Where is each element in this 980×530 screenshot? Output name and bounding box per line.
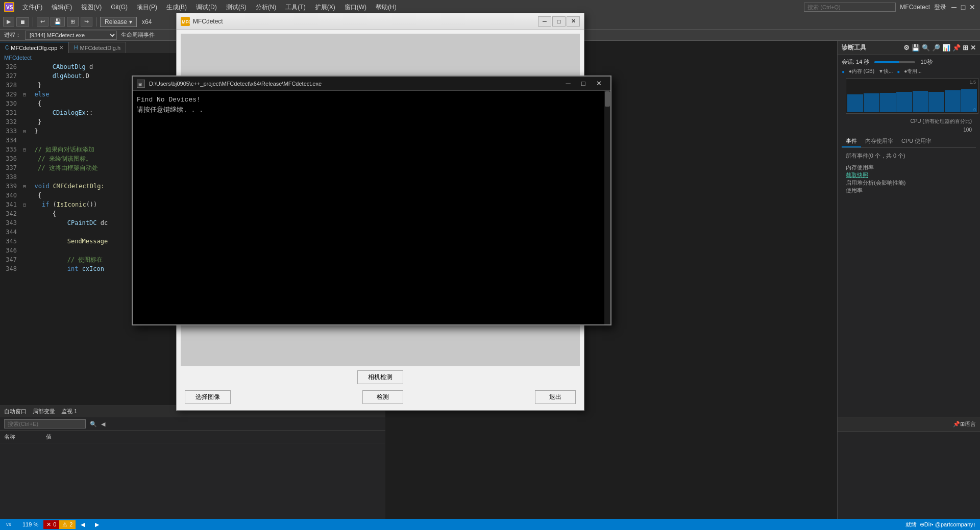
mfc-title-text: MFCdetect	[193, 18, 538, 25]
console-scrollbar-thumb[interactable]	[605, 91, 610, 107]
mfc-bottom-buttons: 选择图像 检测 退出	[181, 388, 580, 406]
menu-analyze[interactable]: 分析(N)	[252, 2, 281, 13]
menu-debug[interactable]: 调试(D)	[192, 2, 221, 13]
menu-project[interactable]: 项目(P)	[133, 2, 161, 13]
memory-legend: ● ●内存 (GB) ▼快... ● ●专用...	[842, 68, 976, 75]
menu-build[interactable]: 生成(B)	[162, 2, 191, 13]
undo-button[interactable]: ↩	[37, 17, 48, 27]
redo-button[interactable]: ↪	[81, 17, 92, 27]
menu-bar-right: MFCdetect 登录 ─ □ ✕	[804, 3, 976, 12]
close-diag-icon[interactable]: ✕	[970, 44, 976, 52]
detect-button[interactable]: 检测	[362, 390, 403, 404]
close-button-main[interactable]: ✕	[969, 4, 976, 11]
menu-extend[interactable]: 扩展(X)	[311, 2, 339, 13]
settings-icon[interactable]: ⚙	[903, 44, 910, 52]
zoom-value: 119 %	[22, 521, 38, 527]
mfc-title-bar: MFC MFCdetect ─ □ ✕	[177, 13, 584, 30]
diag-tab-cpu[interactable]: CPU 使用率	[897, 136, 936, 147]
diag-tab-memory[interactable]: 内存使用率	[861, 136, 897, 147]
bottom-search-input[interactable]	[4, 419, 86, 428]
cpu-label: CPU (所有处理器的百分比)	[842, 117, 976, 126]
zoom-status[interactable]: 119 %	[17, 520, 43, 528]
fast-label: ▼快...	[878, 68, 893, 75]
bottom-col-headers: 名称 值	[0, 431, 385, 443]
menu-git[interactable]: Git(G)	[107, 3, 132, 12]
warning-count[interactable]: ⚠ 2	[59, 520, 76, 529]
analyze-label[interactable]: 启用堆分析(会影响性能)	[846, 179, 972, 187]
run-button[interactable]: ▶	[3, 17, 14, 27]
mfc-close[interactable]: ✕	[567, 16, 580, 27]
menu-tools[interactable]: 工具(T)	[281, 2, 309, 13]
console-line2: 请按任意键继续. . .	[137, 105, 606, 115]
memory-dot: ●	[842, 69, 845, 74]
menu-help[interactable]: 帮助(H)	[372, 2, 401, 13]
nav-forward[interactable]: ▶	[90, 520, 104, 529]
warning-value: 2	[69, 521, 72, 527]
console-close[interactable]: ✕	[591, 78, 606, 89]
cpu-max: 100	[842, 126, 976, 134]
exit-button[interactable]: 退出	[535, 390, 576, 404]
watch-label[interactable]: 监视 1	[61, 408, 77, 415]
zoom-icon[interactable]: 🔍	[922, 44, 930, 52]
mfc-app-icon: MFC	[181, 17, 190, 26]
search-icon[interactable]: 🔍	[90, 421, 97, 427]
bottom-panel: 🔍 ◀ 名称 值	[0, 417, 385, 519]
diag-tab-events[interactable]: 事件	[842, 136, 861, 147]
menu-file[interactable]: 文件(F)	[18, 2, 46, 13]
process-dropdown[interactable]: [9344] MFCdetect.exe	[25, 31, 117, 40]
login-label[interactable]: 登录	[934, 3, 946, 12]
mfc-camera-row: 相机检测	[181, 370, 580, 384]
tab-cpp-close[interactable]: ✕	[59, 45, 63, 51]
tab-h-label: MFCdetectDlg.h	[80, 45, 120, 51]
save-diag-icon[interactable]: 💾	[912, 44, 920, 52]
console-maximize[interactable]: □	[576, 78, 591, 89]
vs-logo: VS	[4, 2, 14, 12]
h-icon: H	[74, 45, 78, 51]
console-title-bar: ▣ D:\Users\bj0905\c++_project\MFCdetect\…	[133, 77, 610, 91]
maximize-button[interactable]: □	[960, 4, 967, 11]
right-panel-icons: ⚙ 💾 🔍 🔎 📊 📌 ⊞ ✕	[903, 44, 976, 52]
camera-detect-button[interactable]: 相机检测	[357, 370, 403, 384]
back-icon[interactable]: ◀	[101, 421, 105, 427]
lifecycle-label: 生命周期事件	[121, 31, 155, 39]
menu-window[interactable]: 窗口(W)	[340, 2, 371, 13]
tab-cpp[interactable]: C MFCdetectDlg.cpp ✕	[0, 42, 69, 53]
tab-h[interactable]: H MFCdetectDlg.h	[69, 42, 126, 53]
nav-back[interactable]: ◀	[76, 520, 90, 529]
save-all-button[interactable]: ⊞	[67, 17, 79, 27]
menu-view[interactable]: 视图(V)	[77, 2, 106, 13]
mfc-maximize[interactable]: □	[552, 16, 566, 27]
error-count[interactable]: ✕ 0	[43, 520, 59, 529]
right-panel-header: 诊断工具 ⚙ 💾 🔍 🔎 📊 📌 ⊞ ✕	[838, 41, 980, 55]
right-bottom-lang[interactable]: 语言	[965, 420, 976, 428]
console-scrollbar[interactable]	[604, 91, 610, 324]
diag-slider[interactable]	[874, 61, 915, 63]
cpu-max-value: 100	[963, 127, 972, 133]
get-block-label[interactable]: 截取快照	[846, 171, 972, 179]
console-minimize[interactable]: ─	[560, 78, 576, 89]
right-bottom-pin[interactable]: 📌	[953, 421, 960, 427]
save-button[interactable]: 💾	[51, 17, 65, 27]
unpin-icon[interactable]: ⊞	[963, 44, 968, 52]
warning-icon: ⚠	[62, 521, 67, 528]
select-image-button[interactable]: 选择图像	[185, 390, 231, 404]
dedicated-dot: ●	[897, 69, 900, 74]
chart-icon[interactable]: 📊	[942, 44, 950, 52]
menu-edit[interactable]: 编辑(E)	[47, 2, 76, 13]
pin-icon[interactable]: 📌	[952, 44, 961, 52]
console-window[interactable]: ▣ D:\Users\bj0905\c++_project\MFCdetect\…	[132, 75, 611, 325]
right-bottom-dock[interactable]: ⊞	[960, 421, 965, 427]
search-input-top[interactable]	[804, 3, 896, 12]
mfc-minimize[interactable]: ─	[538, 16, 551, 27]
zoom-out-icon[interactable]: 🔎	[932, 44, 940, 52]
auto-window-label[interactable]: 自动窗口	[4, 408, 27, 415]
status-icon-item: VS	[0, 520, 17, 529]
release-dropdown[interactable]: Release ▾	[100, 17, 137, 27]
menu-test[interactable]: 测试(S)	[222, 2, 251, 13]
cpp-icon: C	[5, 45, 9, 51]
diag-events: 所有事件(0 个，共 0 个)	[842, 150, 976, 162]
stop-button[interactable]: ⏹	[16, 17, 29, 27]
error-icon: ✕	[46, 521, 51, 528]
local-vars-label[interactable]: 局部变量	[33, 408, 55, 415]
minimize-button[interactable]: ─	[950, 4, 958, 11]
